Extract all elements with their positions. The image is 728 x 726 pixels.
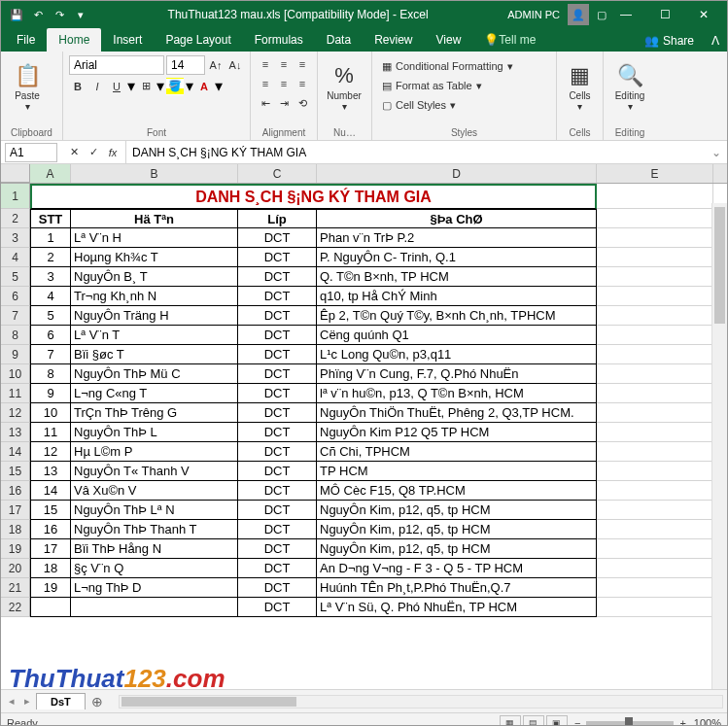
cell-lop[interactable]: DCT xyxy=(238,228,317,248)
enter-formula-icon[interactable]: ✓ xyxy=(85,144,102,161)
cell-diachi[interactable]: Cëng quúnh Q1 xyxy=(317,326,597,345)
cell[interactable] xyxy=(597,364,713,384)
cell-stt[interactable]: 3 xyxy=(30,267,71,287)
cell[interactable] xyxy=(597,520,713,539)
cell-hoten[interactable]: Bïi ThÞ Hång N xyxy=(71,539,238,559)
cell-diachi[interactable]: lª v¨n hu©n, p13, Q T©n B×nh, HCM xyxy=(317,384,597,403)
cell-stt[interactable]: 19 xyxy=(30,578,71,598)
increase-font-icon[interactable]: A↑ xyxy=(207,56,225,74)
cell-diachi[interactable]: TP HCM xyxy=(317,462,597,481)
worksheet[interactable]: A B C D E 1 DANH S¸CH §¡NG KÝ THAM GIA 2… xyxy=(1,164,727,689)
cell-hoten[interactable]: Tr­¬ng Kh¸nh N xyxy=(71,287,238,306)
row-header[interactable]: 12 xyxy=(1,403,30,423)
user-avatar-icon[interactable]: 👤 xyxy=(568,4,589,25)
paste-button[interactable]: 📋 Paste ▾ xyxy=(7,55,48,120)
cell-diachi[interactable]: An D­¬ng V­¬ng - F 3 - Q 5 - TP HCM xyxy=(317,559,597,578)
cell-lop[interactable]: DCT xyxy=(238,306,317,326)
cell-hoten[interactable]: §ç V¨n Q xyxy=(71,559,238,578)
pagelayout-view-icon[interactable]: ▤ xyxy=(523,715,544,727)
col-header-e[interactable]: E xyxy=(597,164,713,183)
row-header[interactable]: 17 xyxy=(1,501,30,520)
cell[interactable] xyxy=(597,384,713,403)
cell-hoten[interactable]: NguyÔn ThÞ Mü C xyxy=(71,364,238,384)
cell-lop[interactable]: DCT xyxy=(238,423,317,442)
row-header[interactable]: 22 xyxy=(1,598,30,617)
maximize-button[interactable]: ☐ xyxy=(645,1,684,28)
row-header[interactable]: 20 xyxy=(1,559,30,578)
row-header[interactable]: 19 xyxy=(1,539,30,559)
cell-hoten[interactable]: NguyÔn ThÞ L xyxy=(71,423,238,442)
fill-color-button[interactable]: 🪣 xyxy=(166,78,184,95)
cell-lop[interactable]: DCT xyxy=(238,267,317,287)
cell[interactable] xyxy=(597,501,713,520)
cell-diachi[interactable]: NguyÔn ThiÖn ThuËt, Ph­êng 2, Q3,TP HCM. xyxy=(317,403,597,423)
cell[interactable] xyxy=(597,184,713,209)
row-header[interactable]: 13 xyxy=(1,423,30,442)
cell-diachi[interactable]: NguyÔn Kim, p12, q5, tp HCM xyxy=(317,501,597,520)
format-as-table-button[interactable]: ▤Format as Table ▾ xyxy=(378,77,517,94)
cell-diachi[interactable]: Huúnh TÊn Ph¸t,P.Phó ThuËn,Q.7 xyxy=(317,578,597,598)
zoom-in-icon[interactable]: + xyxy=(679,717,685,727)
row-header[interactable]: 8 xyxy=(1,326,30,345)
cell[interactable] xyxy=(597,442,713,462)
border-button[interactable]: ⊞ xyxy=(137,78,155,95)
add-sheet-icon[interactable]: ⊕ xyxy=(87,694,107,709)
cell-hoten[interactable]: L­¬ng ThÞ D xyxy=(71,578,238,598)
header-diachi[interactable]: §Þa ChØ xyxy=(317,209,597,228)
row-header[interactable]: 16 xyxy=(1,481,30,501)
cell[interactable] xyxy=(597,209,713,228)
cell-stt[interactable]: 15 xyxy=(30,501,71,520)
row-header[interactable]: 3 xyxy=(1,228,30,248)
cell-lop[interactable]: DCT xyxy=(238,598,317,617)
row-header[interactable]: 6 xyxy=(1,287,30,306)
cell-stt[interactable]: 8 xyxy=(30,364,71,384)
cell-diachi[interactable]: NguyÔn Kim, p12, q5, tp HCM xyxy=(317,520,597,539)
cell-hoten[interactable]: Bïi §øc T xyxy=(71,345,238,364)
align-middle-icon[interactable]: ≡ xyxy=(275,55,293,73)
horizontal-scrollbar[interactable] xyxy=(119,695,723,709)
cell-hoten[interactable]: Hµ L©m P xyxy=(71,442,238,462)
cell-hoten[interactable]: TrÇn ThÞ Tr­êng G xyxy=(71,403,238,423)
cancel-formula-icon[interactable]: ✕ xyxy=(65,144,83,161)
cell-hoten[interactable]: L­¬ng C«ng T xyxy=(71,384,238,403)
cell-diachi[interactable]: q10, tp Hå ChÝ Minh xyxy=(317,287,597,306)
cell-diachi[interactable]: Phïng V¨n Cung, F.7, Q.Phó NhuËn xyxy=(317,364,597,384)
cell-lop[interactable]: DCT xyxy=(238,559,317,578)
cell-hoten[interactable]: NguyÔn T« Thanh V xyxy=(71,462,238,481)
italic-button[interactable]: I xyxy=(88,78,106,95)
cells-button[interactable]: ▦Cells▾ xyxy=(563,55,597,120)
cell-stt[interactable]: 9 xyxy=(30,384,71,403)
row-header[interactable]: 18 xyxy=(1,520,30,539)
cell-diachi[interactable]: Cñ Chi, TPHCM xyxy=(317,442,597,462)
cell-stt[interactable] xyxy=(30,598,71,617)
cell-lop[interactable]: DCT xyxy=(238,520,317,539)
cell-hoten[interactable]: Vâ Xu©n V xyxy=(71,481,238,501)
align-center-icon[interactable]: ≡ xyxy=(275,75,293,92)
col-header-a[interactable]: A xyxy=(30,164,71,183)
cell[interactable] xyxy=(597,423,713,442)
cell-stt[interactable]: 2 xyxy=(30,248,71,267)
cell-lop[interactable]: DCT xyxy=(238,501,317,520)
tab-data[interactable]: Data xyxy=(315,28,363,52)
cell-hoten[interactable]: NguyÔn B¸ T xyxy=(71,267,238,287)
cell-diachi[interactable]: NguyÔn Kim P12 Q5 TP HCM xyxy=(317,423,597,442)
row-header[interactable]: 1 xyxy=(1,184,30,209)
col-header-b[interactable]: B xyxy=(71,164,238,183)
cell-stt[interactable]: 17 xyxy=(30,539,71,559)
cell[interactable] xyxy=(597,267,713,287)
tell-me[interactable]: 💡 Tell me xyxy=(472,28,547,52)
title-cell[interactable]: DANH S¸CH §¡NG KÝ THAM GIA xyxy=(30,184,597,209)
cell[interactable] xyxy=(597,539,713,559)
cell-lop[interactable]: DCT xyxy=(238,345,317,364)
cell-hoten[interactable]: NguyÔn ThÞ Thanh T xyxy=(71,520,238,539)
cell-stt[interactable]: 6 xyxy=(30,326,71,345)
cell[interactable] xyxy=(597,578,713,598)
select-all-corner[interactable] xyxy=(1,164,30,183)
cell-stt[interactable]: 4 xyxy=(30,287,71,306)
row-header[interactable]: 7 xyxy=(1,306,30,326)
row-header[interactable]: 14 xyxy=(1,442,30,462)
underline-button[interactable]: U xyxy=(108,78,125,95)
tab-nav-prev-icon[interactable]: ◂ xyxy=(5,695,18,708)
cell-diachi[interactable]: NguyÔn Kim, p12, q5, tp HCM xyxy=(317,539,597,559)
cell-stt[interactable]: 13 xyxy=(30,462,71,481)
